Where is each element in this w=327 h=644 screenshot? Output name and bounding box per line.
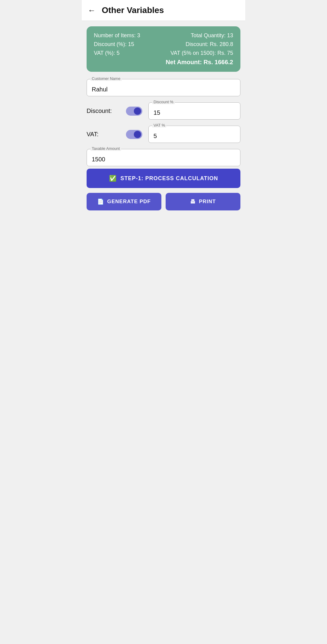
bottom-row: 📄 GENERATE PDF 🖶 PRINT	[87, 193, 240, 210]
vat-field-wrapper: VAT %	[148, 126, 240, 143]
discount-field-right: Discount %	[148, 102, 240, 120]
net-amount-label: Net Amount: Rs. 1666.2	[94, 59, 233, 66]
discount-row-label: Discount:	[87, 107, 120, 114]
vat-toggle-wrapper[interactable]	[126, 130, 142, 139]
print-button[interactable]: 🖶 PRINT	[166, 193, 240, 210]
customer-name-group: Customer Name	[87, 79, 240, 96]
vat-input[interactable]	[154, 133, 235, 140]
num-items-label: Number of Items: 3	[94, 32, 164, 39]
step1-icon: ✅	[109, 175, 117, 182]
generate-pdf-button[interactable]: 📄 GENERATE PDF	[87, 193, 161, 210]
customer-name-label: Customer Name	[91, 76, 122, 81]
customer-name-input[interactable]	[92, 86, 235, 93]
step1-button[interactable]: ✅ STEP-1: PROCESS CALCULATION	[87, 169, 240, 188]
taxable-amount-field-wrapper: Taxable Amount	[87, 149, 240, 166]
step1-label: STEP-1: PROCESS CALCULATION	[121, 175, 218, 182]
vat-row-label: VAT:	[87, 131, 120, 138]
total-qty-label: Total Quantity: 13	[164, 32, 233, 39]
back-button[interactable]: ←	[88, 6, 96, 14]
discount-input[interactable]	[154, 109, 235, 116]
vat-field-label: VAT %	[152, 123, 166, 127]
pdf-icon: 📄	[97, 198, 104, 205]
taxable-amount-label: Taxable Amount	[91, 146, 121, 151]
taxable-amount-group: Taxable Amount	[87, 149, 240, 166]
page-title: Other Variables	[102, 5, 164, 15]
discount-field-label: Discount %	[152, 100, 175, 104]
discount-toggle-wrapper[interactable]	[126, 107, 142, 116]
main-content: Number of Items: 3 Total Quantity: 13 Di…	[82, 21, 245, 228]
discount-toggle-thumb	[134, 107, 141, 115]
discount-val-label: Discount: Rs. 280.8	[164, 41, 233, 48]
print-icon: 🖶	[190, 199, 196, 205]
customer-name-field-wrapper: Customer Name	[87, 79, 240, 96]
vat-toggle-thumb	[134, 131, 141, 138]
discount-pct-label: Discount (%): 15	[94, 41, 164, 48]
vat-row: VAT: VAT %	[87, 126, 240, 143]
generate-pdf-label: GENERATE PDF	[107, 199, 151, 205]
summary-card: Number of Items: 3 Total Quantity: 13 Di…	[87, 26, 240, 72]
vat-pct-label: VAT (%): 5	[94, 50, 164, 56]
print-label: PRINT	[199, 199, 216, 205]
form-section: Customer Name Discount: Discount %	[87, 79, 240, 166]
discount-row: Discount: Discount %	[87, 102, 240, 120]
vat-field-right: VAT %	[148, 126, 240, 143]
discount-field-wrapper: Discount %	[148, 102, 240, 120]
taxable-amount-input[interactable]	[92, 156, 235, 163]
vat-toggle[interactable]	[126, 130, 142, 139]
discount-toggle[interactable]	[126, 107, 142, 116]
header: ← Other Variables	[82, 0, 245, 21]
vat-val-label: VAT (5% on 1500): Rs. 75	[164, 50, 233, 56]
